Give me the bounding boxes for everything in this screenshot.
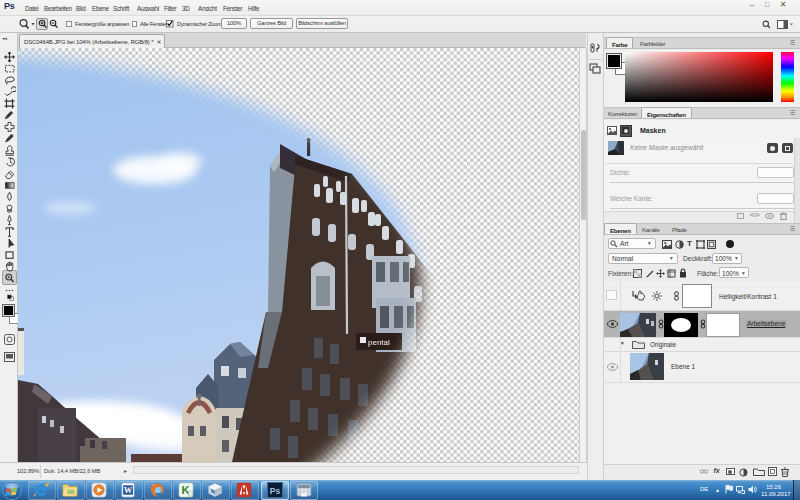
svg-text:W: W: [124, 485, 133, 495]
svg-text:pental: pental: [368, 338, 390, 347]
svg-text:Ps: Ps: [270, 486, 281, 496]
